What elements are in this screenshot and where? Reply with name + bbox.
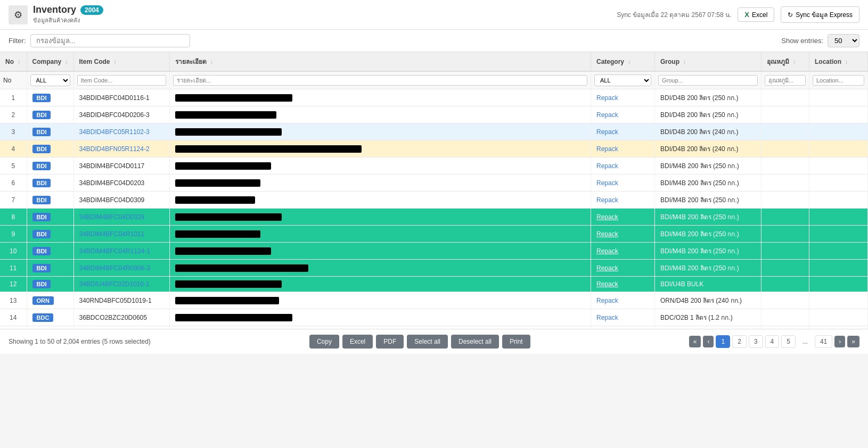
category-link[interactable]: Repack (596, 264, 618, 272)
itemcode-value[interactable]: 34BDIU4BFC02D1016-1 (79, 280, 150, 288)
row-category[interactable]: Repack (591, 123, 655, 140)
filter-company-select[interactable]: ALL (30, 74, 70, 86)
footer-excel-button[interactable]: Excel (342, 335, 373, 349)
th-itemcode[interactable]: Item Code ↕ (73, 52, 169, 71)
company-button[interactable]: BDI (32, 280, 51, 288)
filter-desc-input[interactable] (173, 75, 587, 86)
filter-qty-input[interactable] (765, 75, 806, 86)
row-category[interactable]: Repack (591, 226, 655, 243)
page-1-button[interactable]: 1 (716, 335, 730, 348)
category-link[interactable]: Repack (596, 94, 618, 102)
category-link[interactable]: Repack (596, 247, 618, 255)
table-row[interactable]: 11 BDI 34BDIM4BFC04R0906-3 Repack BDI/M4… (0, 260, 868, 277)
page-5-button[interactable]: 5 (781, 335, 796, 348)
table-row[interactable]: 10 BDI 34BDIM4BFC04R1124-1 Repack BDI/M4… (0, 243, 868, 260)
page-4-button[interactable]: 4 (765, 335, 780, 348)
th-category[interactable]: Category ↕ (591, 52, 655, 71)
row-category[interactable]: Repack (591, 277, 655, 292)
th-location[interactable]: Location ↕ (809, 52, 868, 71)
category-link[interactable]: Repack (596, 213, 618, 221)
deselect-all-button[interactable]: Deselect all (451, 335, 499, 349)
row-category[interactable]: Repack (591, 157, 655, 175)
page-next-button[interactable]: › (834, 336, 845, 347)
row-category[interactable]: Repack (591, 192, 655, 209)
company-button[interactable]: BDI (32, 145, 51, 153)
row-category[interactable]: Repack (591, 175, 655, 192)
filter-category-select[interactable]: ALL (594, 74, 651, 86)
excel-button[interactable]: X Excel (738, 7, 774, 22)
filter-group-input[interactable] (658, 75, 758, 86)
category-link[interactable]: Repack (596, 111, 618, 119)
table-row[interactable]: 7 BDI 34BDIM4BFC04D0309 Repack BDI/M4B 2… (0, 192, 868, 209)
filter-itemcode-input[interactable] (77, 75, 166, 86)
th-group[interactable]: Group ↕ (655, 52, 761, 71)
page-41-button[interactable]: 41 (815, 335, 832, 348)
row-category[interactable]: Repack (591, 140, 655, 157)
company-button[interactable]: BDI (32, 162, 51, 170)
row-itemcode[interactable]: 34BDID4BFN05R1124-2 (73, 140, 169, 157)
category-link[interactable]: Repack (596, 196, 618, 204)
row-itemcode[interactable]: 34BDIU4BFC02D1016-1 (73, 277, 169, 292)
category-link[interactable]: Repack (596, 230, 618, 238)
entries-select[interactable]: 50 25 100 (828, 34, 859, 47)
company-button[interactable]: BDI (32, 179, 51, 187)
row-itemcode[interactable]: 34BDIM4BFC04D0329 (73, 209, 169, 226)
row-category[interactable]: Repack (591, 209, 655, 226)
row-category[interactable]: Repack (591, 309, 655, 326)
filter-input[interactable] (30, 34, 190, 47)
th-company[interactable]: Company ↕ (27, 52, 73, 71)
company-button[interactable]: BDI (32, 111, 51, 119)
table-row[interactable]: 2 BDI 34BDID4BFC04D0206-3 Repack BDI/D4B… (0, 106, 868, 123)
itemcode-value[interactable]: 34BDIM4BFC04D0329 (79, 213, 145, 221)
page-last-button[interactable]: » (847, 336, 859, 347)
company-button[interactable]: BDI (32, 128, 51, 136)
row-category[interactable]: Repack (591, 292, 655, 309)
company-button[interactable]: BDI (32, 94, 51, 102)
table-row[interactable]: 13 ORN 340RND4BFC05D1019-1 Repack ORN/D4… (0, 292, 868, 309)
category-link[interactable]: Repack (596, 280, 618, 288)
sync-express-button[interactable]: ↻ Sync ข้อมูล Express (781, 6, 859, 23)
itemcode-value[interactable]: 34BDID4BFN05R1124-2 (79, 145, 150, 153)
row-category[interactable]: Repack (591, 260, 655, 277)
company-button[interactable]: BDI (32, 264, 51, 272)
category-link[interactable]: Repack (596, 145, 618, 153)
filter-location-input[interactable] (813, 75, 864, 86)
row-itemcode[interactable]: 34BDID4BFC05R1102-3 (73, 123, 169, 140)
print-button[interactable]: Print (502, 335, 530, 349)
category-link[interactable]: Repack (596, 297, 618, 304)
row-category[interactable]: Repack (591, 106, 655, 123)
table-row[interactable]: 4 BDI 34BDID4BFN05R1124-2 Repack BDI/D4B… (0, 140, 868, 157)
row-category[interactable]: Repack (591, 89, 655, 106)
page-3-button[interactable]: 3 (749, 335, 763, 348)
table-row[interactable]: 12 BDI 34BDIU4BFC02D1016-1 Repack BDI/U4… (0, 277, 868, 292)
itemcode-value[interactable]: 34BDIM4BFC04R1011 (79, 230, 145, 238)
category-link[interactable]: Repack (596, 162, 618, 170)
th-desc[interactable]: รายละเอียด ↕ (169, 52, 591, 71)
copy-button[interactable]: Copy (309, 335, 339, 349)
company-button[interactable]: BDI (32, 213, 51, 221)
company-button[interactable]: ORN (32, 296, 54, 305)
page-2-button[interactable]: 2 (732, 335, 747, 348)
page-first-button[interactable]: « (689, 336, 701, 347)
th-no[interactable]: No ↕ (0, 52, 27, 71)
row-itemcode[interactable]: 34BDIM4BFC04R1011 (73, 226, 169, 243)
category-link[interactable]: Repack (596, 128, 618, 136)
table-scroll-area[interactable]: No ↕ Company ↕ Item Code ↕ รายละเอียด ↕ … (0, 52, 868, 329)
table-row[interactable]: 1 BDI 34BDID4BFC04D0116-1 Repack BDI/D4B… (0, 89, 868, 106)
itemcode-value[interactable]: 34BDID4BFC05R1102-3 (79, 128, 150, 136)
table-row[interactable]: 5 BDI 34BDIM4BFC04D0117 Repack BDI/M4B 2… (0, 157, 868, 175)
th-qty[interactable]: อุณหภูมิ ↕ (761, 52, 809, 71)
company-button[interactable]: BDC (32, 313, 54, 322)
company-button[interactable]: BDI (32, 247, 51, 255)
table-row[interactable]: 9 BDI 34BDIM4BFC04R1011 Repack BDI/M4B 2… (0, 226, 868, 243)
company-button[interactable]: BDI (32, 196, 51, 204)
company-button[interactable]: BDI (32, 230, 51, 238)
row-itemcode[interactable]: 34BDIM4BFC04R0906-3 (73, 260, 169, 277)
category-link[interactable]: Repack (596, 179, 618, 187)
table-row[interactable]: 6 BDI 34BDIM4BFC04D0203 Repack BDI/M4B 2… (0, 175, 868, 192)
select-all-button[interactable]: Select all (407, 335, 448, 349)
table-row[interactable]: 8 BDI 34BDIM4BFC04D0329 Repack BDI/M4B 2… (0, 209, 868, 226)
row-category[interactable]: Repack (591, 243, 655, 260)
pdf-button[interactable]: PDF (376, 335, 404, 349)
category-link[interactable]: Repack (596, 314, 618, 321)
